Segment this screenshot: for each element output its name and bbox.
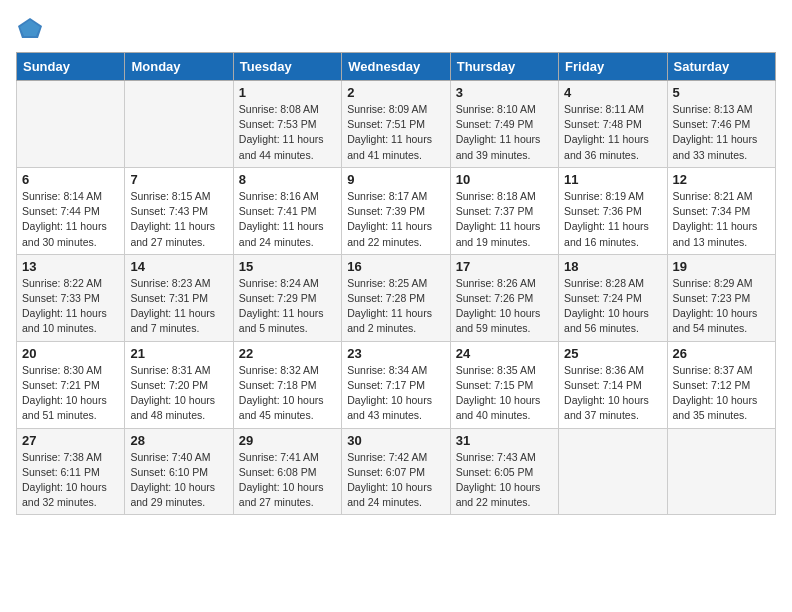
day-info: Sunrise: 8:28 AM Sunset: 7:24 PM Dayligh… [564,276,661,337]
calendar-cell: 24Sunrise: 8:35 AM Sunset: 7:15 PM Dayli… [450,341,558,428]
calendar-cell: 18Sunrise: 8:28 AM Sunset: 7:24 PM Dayli… [559,254,667,341]
day-number: 17 [456,259,553,274]
day-number: 31 [456,433,553,448]
calendar-cell: 28Sunrise: 7:40 AM Sunset: 6:10 PM Dayli… [125,428,233,515]
calendar-cell: 21Sunrise: 8:31 AM Sunset: 7:20 PM Dayli… [125,341,233,428]
day-number: 8 [239,172,336,187]
day-number: 4 [564,85,661,100]
day-number: 5 [673,85,770,100]
day-info: Sunrise: 8:09 AM Sunset: 7:51 PM Dayligh… [347,102,444,163]
weekday-header: Monday [125,53,233,81]
day-info: Sunrise: 8:32 AM Sunset: 7:18 PM Dayligh… [239,363,336,424]
day-info: Sunrise: 8:18 AM Sunset: 7:37 PM Dayligh… [456,189,553,250]
day-info: Sunrise: 8:15 AM Sunset: 7:43 PM Dayligh… [130,189,227,250]
calendar-cell: 4Sunrise: 8:11 AM Sunset: 7:48 PM Daylig… [559,81,667,168]
weekday-header: Friday [559,53,667,81]
day-info: Sunrise: 8:11 AM Sunset: 7:48 PM Dayligh… [564,102,661,163]
day-info: Sunrise: 7:43 AM Sunset: 6:05 PM Dayligh… [456,450,553,511]
calendar-cell [125,81,233,168]
day-number: 25 [564,346,661,361]
day-info: Sunrise: 8:30 AM Sunset: 7:21 PM Dayligh… [22,363,119,424]
day-info: Sunrise: 7:38 AM Sunset: 6:11 PM Dayligh… [22,450,119,511]
day-number: 7 [130,172,227,187]
day-info: Sunrise: 8:25 AM Sunset: 7:28 PM Dayligh… [347,276,444,337]
day-number: 19 [673,259,770,274]
day-info: Sunrise: 8:10 AM Sunset: 7:49 PM Dayligh… [456,102,553,163]
day-info: Sunrise: 8:26 AM Sunset: 7:26 PM Dayligh… [456,276,553,337]
calendar-cell: 25Sunrise: 8:36 AM Sunset: 7:14 PM Dayli… [559,341,667,428]
calendar-cell: 29Sunrise: 7:41 AM Sunset: 6:08 PM Dayli… [233,428,341,515]
calendar-cell: 13Sunrise: 8:22 AM Sunset: 7:33 PM Dayli… [17,254,125,341]
day-info: Sunrise: 8:22 AM Sunset: 7:33 PM Dayligh… [22,276,119,337]
calendar-cell: 12Sunrise: 8:21 AM Sunset: 7:34 PM Dayli… [667,167,775,254]
weekday-header: Sunday [17,53,125,81]
weekday-header: Wednesday [342,53,450,81]
day-info: Sunrise: 7:41 AM Sunset: 6:08 PM Dayligh… [239,450,336,511]
day-info: Sunrise: 8:14 AM Sunset: 7:44 PM Dayligh… [22,189,119,250]
day-number: 16 [347,259,444,274]
day-info: Sunrise: 8:35 AM Sunset: 7:15 PM Dayligh… [456,363,553,424]
calendar-cell [17,81,125,168]
day-info: Sunrise: 8:36 AM Sunset: 7:14 PM Dayligh… [564,363,661,424]
svg-marker-1 [20,20,40,36]
calendar-cell: 20Sunrise: 8:30 AM Sunset: 7:21 PM Dayli… [17,341,125,428]
day-number: 3 [456,85,553,100]
calendar-week-row: 20Sunrise: 8:30 AM Sunset: 7:21 PM Dayli… [17,341,776,428]
day-number: 30 [347,433,444,448]
day-info: Sunrise: 8:29 AM Sunset: 7:23 PM Dayligh… [673,276,770,337]
calendar-cell: 10Sunrise: 8:18 AM Sunset: 7:37 PM Dayli… [450,167,558,254]
day-number: 26 [673,346,770,361]
day-info: Sunrise: 8:16 AM Sunset: 7:41 PM Dayligh… [239,189,336,250]
day-number: 2 [347,85,444,100]
day-info: Sunrise: 8:31 AM Sunset: 7:20 PM Dayligh… [130,363,227,424]
day-number: 12 [673,172,770,187]
day-info: Sunrise: 8:21 AM Sunset: 7:34 PM Dayligh… [673,189,770,250]
logo [16,16,48,40]
calendar-cell: 27Sunrise: 7:38 AM Sunset: 6:11 PM Dayli… [17,428,125,515]
day-number: 27 [22,433,119,448]
day-info: Sunrise: 8:13 AM Sunset: 7:46 PM Dayligh… [673,102,770,163]
day-number: 23 [347,346,444,361]
calendar-cell: 5Sunrise: 8:13 AM Sunset: 7:46 PM Daylig… [667,81,775,168]
day-info: Sunrise: 8:34 AM Sunset: 7:17 PM Dayligh… [347,363,444,424]
day-number: 10 [456,172,553,187]
calendar-cell: 6Sunrise: 8:14 AM Sunset: 7:44 PM Daylig… [17,167,125,254]
day-info: Sunrise: 8:19 AM Sunset: 7:36 PM Dayligh… [564,189,661,250]
calendar-cell: 15Sunrise: 8:24 AM Sunset: 7:29 PM Dayli… [233,254,341,341]
day-info: Sunrise: 8:17 AM Sunset: 7:39 PM Dayligh… [347,189,444,250]
calendar-week-row: 13Sunrise: 8:22 AM Sunset: 7:33 PM Dayli… [17,254,776,341]
page-header [16,16,776,40]
logo-icon [16,16,44,40]
day-number: 20 [22,346,119,361]
day-info: Sunrise: 7:40 AM Sunset: 6:10 PM Dayligh… [130,450,227,511]
calendar-table: SundayMondayTuesdayWednesdayThursdayFrid… [16,52,776,515]
calendar-cell [559,428,667,515]
calendar-cell: 9Sunrise: 8:17 AM Sunset: 7:39 PM Daylig… [342,167,450,254]
day-number: 29 [239,433,336,448]
day-number: 13 [22,259,119,274]
day-number: 15 [239,259,336,274]
day-info: Sunrise: 8:37 AM Sunset: 7:12 PM Dayligh… [673,363,770,424]
calendar-cell: 11Sunrise: 8:19 AM Sunset: 7:36 PM Dayli… [559,167,667,254]
calendar-cell: 31Sunrise: 7:43 AM Sunset: 6:05 PM Dayli… [450,428,558,515]
day-number: 18 [564,259,661,274]
day-number: 1 [239,85,336,100]
calendar-cell: 26Sunrise: 8:37 AM Sunset: 7:12 PM Dayli… [667,341,775,428]
calendar-cell: 19Sunrise: 8:29 AM Sunset: 7:23 PM Dayli… [667,254,775,341]
calendar-cell: 1Sunrise: 8:08 AM Sunset: 7:53 PM Daylig… [233,81,341,168]
day-info: Sunrise: 8:23 AM Sunset: 7:31 PM Dayligh… [130,276,227,337]
calendar-week-row: 1Sunrise: 8:08 AM Sunset: 7:53 PM Daylig… [17,81,776,168]
day-number: 21 [130,346,227,361]
day-number: 22 [239,346,336,361]
weekday-header-row: SundayMondayTuesdayWednesdayThursdayFrid… [17,53,776,81]
day-info: Sunrise: 7:42 AM Sunset: 6:07 PM Dayligh… [347,450,444,511]
calendar-cell: 17Sunrise: 8:26 AM Sunset: 7:26 PM Dayli… [450,254,558,341]
calendar-cell: 3Sunrise: 8:10 AM Sunset: 7:49 PM Daylig… [450,81,558,168]
day-number: 28 [130,433,227,448]
day-info: Sunrise: 8:08 AM Sunset: 7:53 PM Dayligh… [239,102,336,163]
day-number: 24 [456,346,553,361]
calendar-cell: 7Sunrise: 8:15 AM Sunset: 7:43 PM Daylig… [125,167,233,254]
day-number: 9 [347,172,444,187]
calendar-cell: 14Sunrise: 8:23 AM Sunset: 7:31 PM Dayli… [125,254,233,341]
calendar-week-row: 27Sunrise: 7:38 AM Sunset: 6:11 PM Dayli… [17,428,776,515]
